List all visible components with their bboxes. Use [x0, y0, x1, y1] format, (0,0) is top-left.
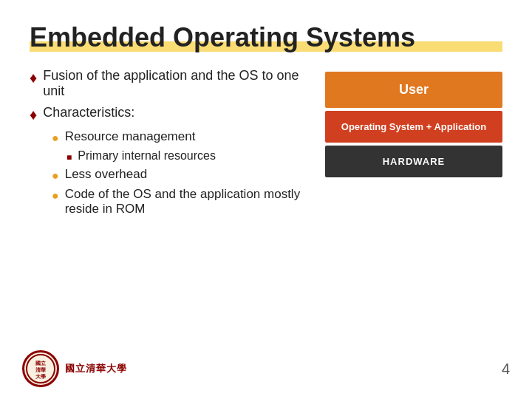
sub-bullet-1-text: Resource management — [65, 129, 196, 144]
sub-bullet-2: ● Less overhead — [52, 167, 310, 183]
content-area: ♦ Fusion of the application and the OS t… — [30, 68, 502, 222]
bullet-1-text: Fusion of the application and the OS to … — [43, 68, 310, 99]
page-number: 4 — [502, 361, 510, 378]
svg-text:大學: 大學 — [35, 373, 46, 379]
circle-icon-3: ● — [52, 189, 59, 202]
right-diagram: User Operating System + Application HARD… — [325, 72, 502, 222]
circle-icon-2: ● — [52, 169, 59, 183]
sub-bullets: ● Resource management ■ Primary internal… — [52, 129, 310, 216]
bullet-2-text: Characteristics: — [43, 105, 134, 120]
logo-text: 國立清華大學 — [65, 362, 127, 375]
diamond-icon-1: ♦ — [30, 69, 37, 86]
sub-sub-bullet-1: ■ Primary internal resources — [66, 149, 310, 163]
svg-text:清華: 清華 — [35, 366, 46, 372]
logo-area: 國立 清華 大學 國立清華大學 — [22, 350, 127, 387]
left-content: ♦ Fusion of the application and the OS t… — [30, 68, 310, 222]
square-icon-1: ■ — [66, 152, 72, 163]
os-app-box: Operating System + Application — [325, 111, 502, 143]
sub-bullet-2-text: Less overhead — [65, 167, 148, 182]
title-container: Embedded Operating Systems — [30, 22, 502, 53]
footer: 國立 清華 大學 國立清華大學 4 — [0, 350, 532, 387]
svg-text:國立: 國立 — [35, 360, 47, 366]
slide: Embedded Operating Systems ♦ Fusion of t… — [0, 0, 532, 399]
sub-bullet-3: ● Code of the OS and the application mos… — [52, 187, 310, 216]
user-box: User — [325, 72, 502, 108]
slide-title: Embedded Operating Systems — [30, 22, 415, 52]
sub-bullet-1: ● Resource management — [52, 129, 310, 145]
hardware-box: HARDWARE — [325, 146, 502, 177]
logo-svg: 國立 清華 大學 — [25, 353, 56, 384]
logo-circle: 國立 清華 大學 — [22, 350, 59, 387]
sub-sub-bullet-1-text: Primary internal resources — [78, 149, 216, 163]
diamond-icon-2: ♦ — [30, 106, 37, 123]
bullet-1: ♦ Fusion of the application and the OS t… — [30, 68, 310, 99]
sub-bullet-3-text: Code of the OS and the application mostl… — [65, 187, 310, 216]
circle-icon-1: ● — [52, 132, 59, 145]
bullet-2: ♦ Characteristics: — [30, 105, 310, 123]
